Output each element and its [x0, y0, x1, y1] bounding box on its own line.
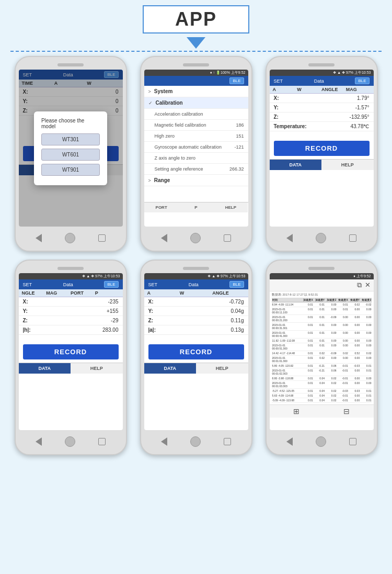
table-row: 2015-01-01 00:00:41.3000.010.010.000.000…	[272, 331, 372, 339]
col-mag: MAG	[346, 87, 371, 92]
menu-mag-cal[interactable]: Magnetic field calibration 186	[144, 120, 248, 131]
dialog-title: Please choose the model	[41, 118, 100, 129]
phone-5-screen: ❖ ▲ ❖ 97% 上午10:53 SET Data BLE A W ANGLE…	[144, 273, 248, 430]
phone5-set: SET	[148, 282, 158, 287]
phone5-tabs: DATA HELP	[144, 363, 248, 374]
table-row: 2015-01-01 00:01:01.3000.010.020.000.000…	[272, 356, 372, 364]
tab-help2[interactable]: HELP	[213, 202, 248, 212]
table-row: -5.27 -4.52 -115.050.010.040.02-0.030.03…	[272, 389, 372, 393]
check-icon: ✓	[148, 100, 153, 106]
nav-back-icon[interactable]	[36, 234, 42, 242]
close-icon[interactable]: ✕	[365, 281, 371, 289]
menu-accel-cal[interactable]: Acceleration calibration	[144, 109, 248, 120]
phone5-status: ❖ ▲ ❖ 97% 上午10:53	[144, 273, 248, 279]
tab-data[interactable]: DATA	[144, 363, 197, 374]
status-text: ♦ ↑ 🔋100% 上午9:52	[210, 70, 245, 75]
col-a: A	[273, 87, 297, 92]
nav-home-icon[interactable]	[316, 436, 326, 447]
table-row: 8.80 -3.98 -118.880.010.040.02-0.010.000…	[272, 376, 372, 381]
table-row: -5.09 -4.09 -113.680.010.040.02-0.010.00…	[272, 398, 372, 403]
menu-angle-ref[interactable]: Setting angle reference 266.32	[144, 164, 248, 175]
tab-help[interactable]: HELP	[196, 363, 248, 374]
grid-icon[interactable]: ⊞	[293, 407, 299, 415]
phone4-status: ❖ ▲ ❖ 97% 上午10:53	[19, 273, 123, 279]
nav-home-icon[interactable]	[65, 436, 75, 447]
table-row: 14.42 -4.17 -114.480.010.02-0.090.020.52…	[272, 351, 372, 356]
phone3-status: ❖ ▲ ❖ 97% 上午10:53	[270, 70, 374, 76]
nav-recents-icon[interactable]	[98, 234, 106, 242]
phone3-ble: BLE	[355, 77, 369, 84]
phone-speaker	[308, 267, 335, 270]
record-button[interactable]: RECORD	[148, 344, 244, 359]
phone2-navbar	[144, 229, 248, 245]
phone-3: ❖ ▲ ❖ 97% 上午10:53 SET Data BLE A W ANGLE…	[266, 56, 378, 252]
phones-top-row: SET Data BLE TIME A W X: 0 Y: 0 Z: 0	[0, 56, 392, 252]
nav-home-icon[interactable]	[316, 233, 326, 243]
record-button[interactable]: RECORD	[23, 344, 119, 359]
nav-back-icon[interactable]	[286, 437, 293, 446]
table-row: X: -235	[19, 297, 123, 307]
phone5-title: Data	[189, 282, 199, 287]
nav-recents-icon[interactable]	[98, 438, 106, 445]
nav-home-icon[interactable]	[190, 233, 201, 243]
wt601-button[interactable]: WT601	[41, 149, 100, 161]
tab-p[interactable]: P	[179, 202, 213, 212]
col-angle: ANGLE	[321, 87, 346, 92]
phone4-tabs: DATA HELP	[19, 363, 123, 374]
menu-item-calibration[interactable]: ✓ Calibration	[144, 97, 248, 109]
tab-data[interactable]: DATA	[270, 160, 322, 170]
menu-item-range[interactable]: > Range	[144, 175, 248, 186]
phone-speaker	[183, 63, 209, 66]
tab-port[interactable]: PORT	[144, 202, 179, 212]
status-text: ❖ ▲ ❖ 97% 上午10:53	[333, 70, 371, 75]
table-row: Temperature: 43.78℃	[270, 122, 374, 131]
phone4-set: SET	[23, 282, 32, 287]
nav-recents-icon[interactable]	[349, 438, 356, 445]
nav-recents-icon[interactable]	[224, 438, 231, 445]
phone3-title: Data	[314, 78, 324, 84]
table-row: Z: 0.11g	[144, 316, 248, 325]
copy-icon[interactable]: ⧉	[357, 281, 362, 289]
table-row: 2015-01-01 00:00:31.3010.010.010.000.000…	[272, 323, 372, 331]
wt901-button[interactable]: WT901	[41, 164, 100, 176]
menu-gyro-auto[interactable]: Gyroscope automatic calibration -121	[144, 142, 248, 153]
nav-back-icon[interactable]	[286, 234, 293, 242]
phone3-set: SET	[274, 78, 283, 84]
phone2-ble: BLE	[229, 77, 244, 84]
menu-z-axis[interactable]: Z axis angle to zero	[144, 153, 248, 164]
table-row: Z: -29	[19, 316, 123, 325]
phone3-header: A W ANGLE MAG	[270, 86, 374, 94]
col-mag: MAG	[46, 290, 71, 296]
arrow-down-icon	[0, 37, 392, 49]
record-button[interactable]: RECORD	[274, 141, 370, 156]
table-row: |a|: 0.13g	[144, 325, 248, 335]
table-row: Y: -1.57°	[270, 103, 374, 112]
phone6-status: ♦ 上午9:52	[270, 273, 374, 279]
phone4-topbar: SET Data BLE	[19, 279, 123, 289]
phone-speaker	[57, 63, 84, 66]
wt301-button[interactable]: WT301	[41, 133, 100, 145]
tab-data[interactable]: DATA	[19, 363, 71, 374]
nav-home-icon[interactable]	[65, 233, 75, 243]
nav-back-icon[interactable]	[161, 437, 167, 446]
tab-help[interactable]: HELP	[71, 363, 123, 374]
table-row: |h|: 283.00	[19, 325, 123, 335]
dialog-overlay: Please choose the model WT301 WT601 WT90…	[19, 70, 123, 227]
phone-5: ❖ ▲ ❖ 97% 上午10:53 SET Data BLE A W ANGLE…	[140, 260, 252, 455]
nav-back-icon[interactable]	[161, 234, 167, 242]
nav-back-icon[interactable]	[36, 437, 42, 446]
phone-3-screen: ❖ ▲ ❖ 97% 上午10:53 SET Data BLE A W ANGLE…	[270, 70, 374, 227]
menu-item-system[interactable]: > System	[144, 86, 248, 97]
phone2-topbar: BLE	[144, 76, 248, 86]
data-table-header: 数据表: 2017-8-12 17:27 以 9:52:31	[272, 293, 372, 297]
tab-help[interactable]: HELP	[321, 160, 374, 170]
nav-recents-icon[interactable]	[349, 234, 356, 242]
phone5-ble: BLE	[229, 281, 244, 288]
col-port: PORT	[71, 290, 95, 296]
table-row: 5.63 -4.09 -114.680.010.040.02-0.010.000…	[272, 393, 372, 398]
nav-home-icon[interactable]	[190, 436, 201, 447]
model-dialog: Please choose the model WT301 WT601 WT90…	[34, 111, 107, 185]
grid4-icon[interactable]: ⊟	[343, 407, 350, 415]
menu-high-zero[interactable]: High zero 151	[144, 131, 248, 142]
nav-recents-icon[interactable]	[224, 234, 231, 242]
